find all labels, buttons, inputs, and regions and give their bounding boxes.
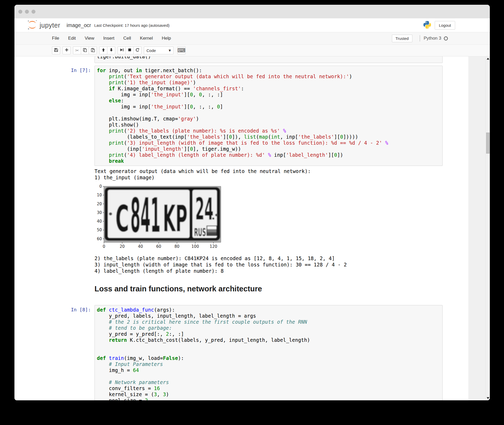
cell-type-value: Code <box>146 48 156 53</box>
jupyter-wordmark: jupyter <box>40 22 60 29</box>
svg-text:KP: KP <box>163 197 187 240</box>
output-plot: C841KP24RUS0204060801001200102030405060 <box>94 183 228 251</box>
menu-help[interactable]: Help <box>157 36 175 41</box>
jupyter-window: jupyter image_ocr Last Checkpoint: 17 ho… <box>14 5 490 400</box>
svg-text:C: C <box>115 197 129 240</box>
svg-text:40: 40 <box>97 219 102 224</box>
cut-cell-icon: ✂ <box>75 48 79 53</box>
run-icon <box>120 48 124 53</box>
svg-text:120: 120 <box>210 244 217 249</box>
notebook-right-gutter <box>468 56 486 400</box>
restart-icon <box>135 48 140 53</box>
app-header: jupyter image_ocr Last Checkpoint: 17 ho… <box>14 18 490 32</box>
cell-prompt-8: In [8]: <box>14 305 94 400</box>
menu-insert[interactable]: Insert <box>99 36 119 41</box>
notebook-toolbar: ✂ <box>14 45 490 56</box>
svg-text:0: 0 <box>99 184 102 189</box>
menu-view[interactable]: View <box>80 36 99 41</box>
menu-edit[interactable]: Edit <box>64 36 80 41</box>
menu-file[interactable]: File <box>48 36 64 41</box>
stop-icon <box>128 48 132 53</box>
vertical-scrollbar[interactable] <box>486 56 490 400</box>
menu-kernel[interactable]: Kernel <box>135 36 157 41</box>
window-titlebar <box>14 5 490 18</box>
save-icon <box>54 48 58 53</box>
scroll-down-icon[interactable] <box>487 397 489 399</box>
svg-text:30: 30 <box>97 210 102 215</box>
window-minimize-button[interactable] <box>25 10 29 14</box>
code-cell-input-7[interactable]: for inp, out in tiger.next_batch(): prin… <box>94 66 443 166</box>
svg-text:50: 50 <box>97 228 102 232</box>
svg-text:RUS: RUS <box>194 226 206 239</box>
logout-button[interactable]: Logout <box>435 21 455 30</box>
partial-code-line: tiger.build_data() <box>97 56 151 59</box>
add-cell-icon <box>65 48 69 53</box>
kernel-name: Python 3 <box>424 36 441 41</box>
cell-output-text: 2) the_labels (plate number): C841KP24 i… <box>94 251 443 274</box>
svg-text:24: 24 <box>195 191 214 227</box>
move-cell-down-button[interactable] <box>107 46 115 54</box>
command-palette-button[interactable]: ⌨ <box>177 46 186 54</box>
svg-text:20: 20 <box>120 244 125 249</box>
svg-text:841: 841 <box>130 188 161 243</box>
chevron-down-icon: ▼ <box>169 49 171 52</box>
partial-cell-row: tiger.build_data() <box>14 56 490 63</box>
run-cell-button[interactable] <box>118 46 126 54</box>
kernel-separator <box>420 35 420 41</box>
code-cell-row-7: In [7]: for inp, out in tiger.next_batch… <box>14 66 490 166</box>
cell-type-dropdown[interactable]: Code ▼ <box>144 46 174 54</box>
svg-text:0: 0 <box>103 244 105 249</box>
cell-prompt-empty <box>14 56 94 63</box>
svg-text:20: 20 <box>97 202 102 206</box>
cell-output-text: Text generator output (data which will b… <box>94 166 443 181</box>
svg-text:10: 10 <box>97 193 102 197</box>
trusted-badge[interactable]: Trusted <box>392 35 412 42</box>
scroll-up-icon[interactable] <box>487 58 489 60</box>
move-cell-up-button[interactable] <box>99 46 107 54</box>
checkpoint-status: Last Checkpoint: 17 hours ago (autosaved… <box>94 23 170 28</box>
notebook-title[interactable]: image_ocr <box>67 22 91 28</box>
output-row-stream-1: Text generator output (data which will b… <box>14 166 490 181</box>
markdown-cell-row: Loss and train functions, network archit… <box>14 274 490 300</box>
window-close-button[interactable] <box>18 10 22 14</box>
output-row-stream-2: 2) the_labels (plate number): C841KP24 i… <box>14 251 490 274</box>
add-cell-button[interactable] <box>62 46 71 54</box>
output-row-figure: C841KP24RUS0204060801001200102030405060 <box>14 181 490 251</box>
copy-cell-button[interactable] <box>81 46 89 54</box>
jupyter-logo-icon <box>27 19 38 32</box>
keyboard-icon: ⌨ <box>177 48 185 53</box>
save-button[interactable] <box>52 46 60 54</box>
interrupt-kernel-button[interactable] <box>125 46 134 54</box>
svg-text:80: 80 <box>175 244 180 249</box>
cut-cell-button[interactable]: ✂ <box>73 46 81 54</box>
menu-cell[interactable]: Cell <box>119 36 135 41</box>
move-down-icon <box>109 48 113 53</box>
cell-prompt-7: In [7]: <box>14 66 94 166</box>
svg-text:60: 60 <box>156 244 161 249</box>
window-maximize-button[interactable] <box>32 10 35 14</box>
jupyter-logo[interactable]: jupyter <box>27 19 60 32</box>
scrollbar-thumb[interactable] <box>486 133 490 154</box>
svg-text:100: 100 <box>191 244 199 249</box>
code-cell-row-8: In [8]: def ctc_lambda_func(args): y_pre… <box>14 305 490 400</box>
copy-cell-icon <box>83 48 87 53</box>
move-up-icon <box>101 48 106 53</box>
svg-text:60: 60 <box>97 237 102 241</box>
code-cell-input-8[interactable]: def ctc_lambda_func(args): y_pred, label… <box>94 305 443 400</box>
svg-text:40: 40 <box>138 244 143 249</box>
section-heading[interactable]: Loss and train functions, network archit… <box>94 284 443 294</box>
restart-kernel-button[interactable] <box>133 46 141 54</box>
paste-cell-icon <box>91 48 95 53</box>
paste-cell-button[interactable] <box>89 46 97 54</box>
partial-code-cell[interactable]: tiger.build_data() <box>94 56 443 63</box>
kernel-status-icon <box>444 36 448 40</box>
python-logo-icon <box>423 20 432 30</box>
notebook-area: tiger.build_data() In [7]: for inp, out … <box>14 56 490 400</box>
menu-bar: File Edit View Insert Cell Kernel Help T… <box>14 32 490 45</box>
